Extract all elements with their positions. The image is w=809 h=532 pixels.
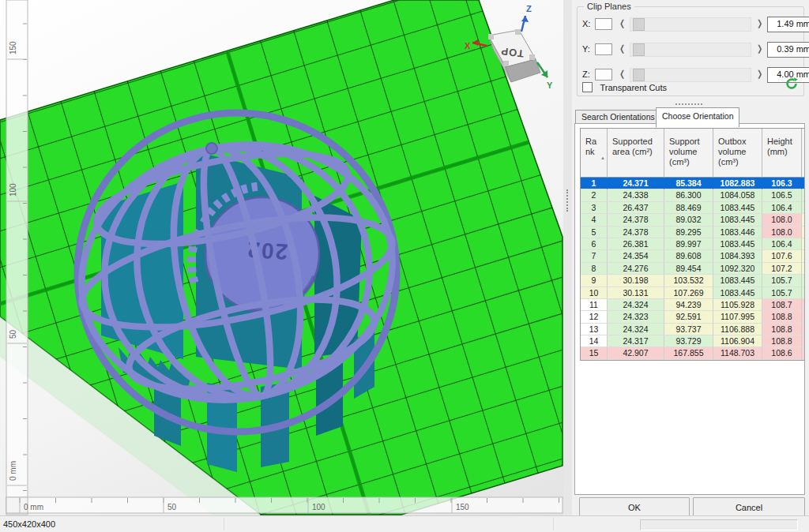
table-row[interactable]: 1542.907167.8551148.703108.65 xyxy=(581,347,805,359)
table-cell: 24.354 xyxy=(608,250,664,262)
clip-x-right-arrow[interactable]: ❭ xyxy=(756,18,763,28)
table-row[interactable]: 930.198103.5321083.445105.75 xyxy=(581,275,805,287)
splitter-grip-horizontal[interactable] xyxy=(675,103,702,105)
table-row[interactable]: 224.33886.3001084.058106.55 xyxy=(581,189,805,201)
axis-z-label: Z xyxy=(526,4,532,13)
table-cell: 86.300 xyxy=(664,189,713,201)
table-cell: 13 xyxy=(581,324,608,335)
clip-z-label: Z: xyxy=(582,69,590,79)
table-row[interactable]: 326.43788.4691083.445106.45 xyxy=(581,202,805,214)
clip-y-label: Y: xyxy=(582,44,590,54)
ruler-label: 100 xyxy=(9,183,17,197)
column-header[interactable]: Supportedarea (cm²) xyxy=(608,129,664,178)
panel-splitter[interactable] xyxy=(563,0,572,515)
table-cell: 1084.393 xyxy=(713,250,762,262)
column-header[interactable]: Outboxvolume(cm³) xyxy=(713,129,762,178)
table-row[interactable]: 1124.32494.2391105.928108.75 xyxy=(581,299,805,311)
clip-z-checkbox[interactable] xyxy=(595,69,612,81)
table-body: 124.37185.3841082.883106.35224.33886.300… xyxy=(581,178,805,360)
table-row[interactable]: 824.27689.4541092.320107.25 xyxy=(581,263,805,275)
table-cell: 5 xyxy=(802,347,805,359)
table-row[interactable]: 1324.32493.7371106.888108.85 xyxy=(581,324,805,335)
table-cell: 11 xyxy=(581,299,608,311)
table-cell: 5 xyxy=(802,238,805,250)
table-cell: 106.3 xyxy=(762,178,802,189)
table-row[interactable]: 1424.31793.7291106.904108.85 xyxy=(581,335,805,347)
table-row[interactable]: 724.35489.6081084.393107.65 xyxy=(581,250,805,262)
sort-ascending-icon: ▲ xyxy=(600,155,605,161)
clip-y-right-arrow[interactable]: ❭ xyxy=(756,43,763,54)
clip-y-left-arrow[interactable]: ❬ xyxy=(619,43,626,54)
table-cell: 12 xyxy=(581,311,608,323)
table-cell: 106.4 xyxy=(762,202,802,214)
table-cell: 5 xyxy=(802,214,805,226)
table-cell: 108.8 xyxy=(762,324,802,335)
table-cell: 30.131 xyxy=(608,287,664,299)
clip-x-label: X: xyxy=(582,19,590,28)
clip-x-value[interactable]: 1.49 mm xyxy=(767,17,809,32)
column-header[interactable]: Rank▲ xyxy=(581,129,608,178)
clip-z-left-arrow[interactable]: ❬ xyxy=(619,69,626,79)
clip-y-slider-thumb[interactable] xyxy=(633,43,645,56)
ruler-label: 50 xyxy=(167,503,177,511)
table-cell: 89.295 xyxy=(664,227,713,238)
table-cell: 24.323 xyxy=(608,311,664,323)
table-cell: 1106.904 xyxy=(713,335,762,347)
clip-z-right-arrow[interactable]: ❭ xyxy=(756,69,763,79)
table-cell: 5 xyxy=(802,275,805,287)
axis-y-label: Y xyxy=(547,81,553,90)
transparent-cuts-label: Transparent Cuts xyxy=(600,83,667,92)
table-cell: 42.907 xyxy=(608,347,664,359)
table-cell: 5 xyxy=(802,335,805,347)
clip-plane-row-x: X: ❬ ❭ 1.49 mm xyxy=(581,17,800,32)
clip-y-value[interactable]: 0.39 mm xyxy=(767,42,809,58)
table-cell: 3 xyxy=(581,202,608,214)
column-header[interactable]: Supportvolume(cm³) xyxy=(664,129,713,178)
clip-x-slider[interactable] xyxy=(630,17,751,32)
table-header-row: Rank▲Supportedarea (cm²)Supportvolume(cm… xyxy=(581,129,805,178)
table-cell: 30.198 xyxy=(608,275,664,287)
table-cell: 2 xyxy=(581,189,608,201)
clip-planes-group: Clip Planes X: ❬ ❭ 1.49 mm Y: ❬ ❭ 0.39 m… xyxy=(577,6,804,96)
table-cell: 1 xyxy=(581,178,608,189)
column-header[interactable]: Cegrahe xyxy=(802,129,805,178)
ruler-label: 50 xyxy=(9,329,17,339)
table-row[interactable]: 524.37889.2951083.446108.05 xyxy=(581,227,805,238)
table-cell: 10 xyxy=(581,287,608,299)
table-row[interactable]: 1224.32392.5911107.995108.85 xyxy=(581,311,805,323)
platform-size-label: 450x420x400 xyxy=(3,519,55,529)
table-cell: 1083.445 xyxy=(713,214,762,226)
table-cell: 1083.445 xyxy=(713,275,762,287)
clip-y-slider[interactable] xyxy=(630,43,751,57)
clip-x-slider-thumb[interactable] xyxy=(633,18,645,31)
table-row[interactable]: 124.37185.3841082.883106.35 xyxy=(581,178,805,189)
table-row[interactable]: 424.37889.0321083.445108.05 xyxy=(581,214,805,226)
column-header[interactable]: Height(mm) xyxy=(762,129,802,178)
cancel-button[interactable]: Cancel xyxy=(693,497,805,517)
table-cell: 1084.058 xyxy=(713,189,762,201)
transparent-cuts-checkbox[interactable] xyxy=(582,82,593,92)
ok-button[interactable]: OK xyxy=(579,497,690,517)
table-row[interactable]: 1030.131107.2691083.445105.75 xyxy=(581,287,805,299)
clip-y-checkbox[interactable] xyxy=(595,43,612,55)
table-cell: 5 xyxy=(802,299,805,311)
table-cell: 1082.883 xyxy=(713,178,762,189)
table-cell: 89.608 xyxy=(664,250,713,262)
table-row[interactable]: 626.38189.9971083.445106.45 xyxy=(581,238,805,250)
orientation-table: Rank▲Supportedarea (cm²)Supportvolume(cm… xyxy=(580,128,805,361)
tab-choose-orientation[interactable]: Choose Orientation xyxy=(656,107,739,127)
table-cell: 107.2 xyxy=(762,263,802,275)
table-cell: 24.324 xyxy=(608,299,664,311)
clip-x-left-arrow[interactable]: ❬ xyxy=(619,18,626,28)
3d-viewport[interactable]: 202 150100500 mm 0 mm50100150 xyxy=(0,0,563,515)
table-cell: 5 xyxy=(802,227,805,238)
table-cell: 92.591 xyxy=(664,311,713,323)
table-cell: 105.7 xyxy=(762,275,802,287)
clip-x-checkbox[interactable] xyxy=(595,18,612,30)
table-cell: 24.371 xyxy=(608,178,664,189)
clip-planes-title: Clip Planes xyxy=(584,2,634,11)
table-cell: 1148.703 xyxy=(713,347,762,359)
table-cell: 93.737 xyxy=(664,324,713,335)
refresh-icon[interactable] xyxy=(785,77,799,91)
splitter-grip[interactable] xyxy=(566,189,568,212)
